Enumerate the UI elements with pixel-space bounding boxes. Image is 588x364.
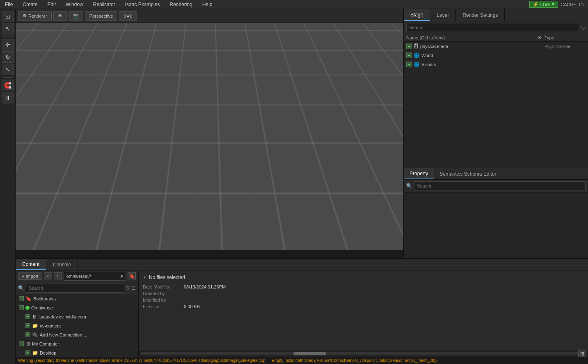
tab-property[interactable]: Property: [404, 168, 434, 179]
path-chevron-icon: ▾: [121, 274, 123, 279]
toolbar-select-button[interactable]: ↖: [2, 23, 14, 34]
preview-file-size-row: File size 0.00 KB: [143, 304, 584, 309]
expand-world-icon[interactable]: +: [406, 53, 412, 58]
add-connection-expand-icon[interactable]: +: [25, 332, 30, 337]
desktop-expand-icon[interactable]: +: [25, 350, 30, 355]
bottom-tabs: Content Console: [16, 259, 588, 270]
tab-semantics[interactable]: Semantics Schema Editor: [434, 168, 502, 179]
bookmark-button[interactable]: 🔖: [128, 272, 136, 280]
toolbar-snap-button[interactable]: 🧲: [2, 80, 14, 91]
file-item-desktop[interactable]: + 📁 Desktop: [22, 348, 138, 357]
omniverse-collapse-icon[interactable]: −: [19, 305, 24, 310]
left-toolbar: ⊡ ↖ ✛ ↻ ⤡ 🧲 ⏸: [0, 9, 16, 364]
toolbar-pause-button[interactable]: ⏸: [2, 92, 14, 103]
menu-rendering[interactable]: Rendering: [168, 1, 194, 8]
file-item-bookmarks[interactable]: − 🔖 Bookmarks: [16, 294, 138, 303]
file-item-add-connection[interactable]: + 🔌 Add New Connection ...: [22, 330, 138, 339]
eye-button[interactable]: 👁: [53, 11, 67, 21]
tree-item-visuals[interactable]: + 🌐 Visuals: [404, 60, 588, 69]
file-item-omniverse[interactable]: − Omniverse: [16, 303, 138, 312]
preview-date-modified-row: Date Modified 08/13/2024 01:26PM: [143, 284, 584, 289]
my-computer-collapse-icon[interactable]: −: [19, 341, 24, 346]
menu-create[interactable]: Create: [21, 1, 39, 8]
stage-tree: + 🗄 physicsScene PhysicsScene + 🌐 World: [404, 42, 588, 168]
preview-date-modified-value: 08/13/2024 01:26PM: [184, 284, 226, 289]
physics-scene-name: physicsScene: [420, 44, 535, 49]
live-button[interactable]: ⚡ LIVE ▾: [529, 1, 558, 8]
renderer-button[interactable]: ⚙ Renderer: [18, 11, 52, 21]
perspective-button[interactable]: Perspective: [85, 11, 117, 21]
tab-console[interactable]: Console: [46, 259, 78, 270]
preview-modified-by-row: Modified by: [143, 298, 584, 302]
grid-view-button[interactable]: ⊞: [578, 350, 586, 357]
tab-render-settings[interactable]: Render Settings: [456, 9, 505, 21]
file-item-my-computer[interactable]: − 🖥 My Computer: [16, 339, 138, 348]
property-content: [404, 192, 588, 258]
camera-button[interactable]: 📷: [69, 11, 83, 21]
tab-stage[interactable]: Stage: [404, 9, 430, 21]
tree-item-physics-scene[interactable]: + 🗄 physicsScene PhysicsScene: [404, 42, 588, 51]
toolbar-separator-1: [3, 37, 13, 37]
stage-search-input[interactable]: [406, 23, 579, 32]
property-tabs: Property Semantics Schema Editor: [404, 168, 588, 180]
toolbar-rotate-button[interactable]: ↻: [2, 51, 14, 63]
stage-tabs: Stage Layer Render Settings: [404, 9, 588, 21]
preview-file-size-label: File size: [143, 304, 184, 309]
preview-created-by-row: Created by: [143, 291, 584, 296]
property-search-input[interactable]: [414, 181, 586, 190]
desktop-label: Desktop: [40, 350, 135, 355]
menu-isaac-examples[interactable]: Isaac Examples: [124, 1, 162, 8]
right-panel: Stage Layer Render Settings ▽ Name (Old …: [403, 9, 588, 258]
import-button[interactable]: + Import: [18, 272, 42, 280]
toolbar-scale-button[interactable]: ⤡: [2, 64, 14, 75]
nav-back-button[interactable]: ‹: [44, 272, 52, 280]
wave-button[interactable]: ((●)): [119, 11, 137, 21]
bolt-icon: ⚡: [533, 2, 539, 7]
file-search-input[interactable]: [26, 284, 124, 293]
preview-date-modified-label: Date Modified: [143, 284, 184, 289]
renderer-label: Renderer: [28, 14, 47, 18]
file-filter-icon[interactable]: ▽: [126, 285, 130, 291]
file-item-isaac-dev[interactable]: + 🖥 isaac-dev.ov.nvidia.com: [22, 312, 138, 321]
preview-created-by-label: Created by: [143, 291, 184, 296]
file-tree: − 🔖 Bookmarks − Omniverse +: [16, 294, 138, 357]
expand-physics-icon[interactable]: +: [406, 43, 412, 49]
toolbar-move-button[interactable]: ✛: [2, 39, 14, 50]
expand-visuals-icon[interactable]: +: [406, 62, 412, 67]
filter-icon[interactable]: ▽: [581, 24, 586, 31]
desktop-folder-icon: 📁: [32, 350, 38, 356]
file-search-bar: 🔍 ▽ ☰: [16, 282, 138, 294]
cache-label: CACHE: 0N: [561, 2, 585, 7]
stage-header: Name (Old to New) 👁 Type: [404, 34, 588, 42]
stage-section: ▽ Name (Old to New) 👁 Type + 🗄 physicsSc…: [404, 21, 588, 168]
menu-file[interactable]: File: [3, 1, 14, 8]
file-item-ov-content[interactable]: + 📁 ov-content: [22, 321, 138, 330]
scrollbar-track[interactable]: [140, 352, 578, 355]
add-connection-icon: 🔌: [32, 332, 38, 338]
file-list-icon[interactable]: ☰: [131, 285, 136, 291]
viewport-container: ⚙ Renderer 👁 📷 Perspective ((●)): [16, 9, 403, 258]
viewport-canvas[interactable]: dots left: [16, 23, 403, 250]
world-name: World: [421, 53, 535, 58]
bookmarks-collapse-icon[interactable]: −: [19, 296, 24, 301]
tab-content[interactable]: Content: [16, 259, 46, 270]
bookmarks-label: Bookmarks: [33, 296, 135, 301]
tab-layer[interactable]: Layer: [430, 9, 456, 21]
omniverse-status-dot: [25, 306, 30, 310]
toolbar-fit-button[interactable]: ⊡: [2, 11, 14, 22]
menu-window[interactable]: Window: [64, 1, 85, 8]
menu-help[interactable]: Help: [201, 1, 214, 8]
path-dropdown[interactable]: omniverse:// ▾: [64, 272, 126, 281]
tree-item-world[interactable]: + 🌐 World: [404, 51, 588, 60]
perspective-label: Perspective: [89, 14, 113, 18]
file-toolbar: + Import ‹ › omniverse:// ▾ 🔖: [16, 270, 138, 282]
ov-content-expand-icon[interactable]: +: [25, 323, 30, 328]
menu-edit[interactable]: Edit: [46, 1, 57, 8]
property-search-icon: 🔍: [406, 183, 412, 189]
nav-forward-button[interactable]: ›: [54, 272, 62, 280]
menu-replicator[interactable]: Replicator: [92, 1, 117, 8]
scrollbar-thumb[interactable]: [293, 352, 326, 355]
renderer-icon: ⚙: [23, 13, 27, 18]
status-bar: Warning (secondary thread): in GetInstan…: [16, 357, 588, 364]
isaac-dev-expand-icon[interactable]: +: [25, 314, 30, 319]
